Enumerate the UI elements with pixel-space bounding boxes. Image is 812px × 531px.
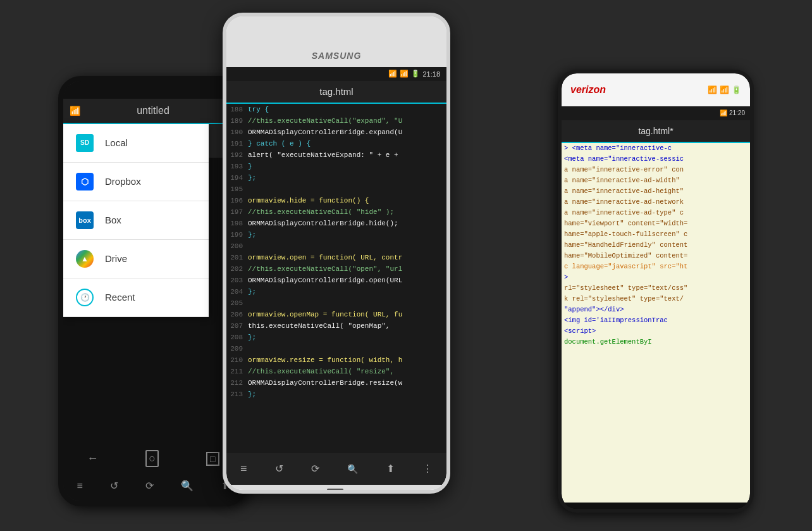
dropdown-local-label: Local	[105, 137, 128, 148]
code-line: 192alert( "executeNativeExpand: " + e +	[226, 149, 446, 161]
right-code-line: a name="inneractive-ad-width"	[562, 175, 750, 186]
code-line: 199};	[226, 229, 446, 241]
line-number: 189	[228, 115, 248, 127]
right-code-area[interactable]: > <meta name="inneractive-c <meta name="…	[562, 143, 750, 503]
samsung-brand: SAMSUNG	[312, 51, 362, 61]
dropdown-box[interactable]: box Box	[63, 201, 209, 240]
right-code-line: a name="inneractive-error" con	[562, 165, 750, 175]
samsung-nav-upload[interactable]: ⬆	[386, 463, 395, 475]
left-back-btn[interactable]: ←	[87, 452, 98, 465]
code-line: 197//this.executeNativeCall( "hide" );	[226, 206, 446, 218]
samsung-nav-more[interactable]: ⋮	[422, 463, 433, 475]
right-line-content: hame="viewport" content="width=	[564, 218, 687, 229]
line-content: ORMMADisplayControllerBridge.resize(w	[248, 377, 402, 389]
dropdown-box-label: Box	[105, 215, 121, 225]
center-code-area[interactable]: 188try {189//this.executeNativeCall("exp…	[226, 104, 446, 453]
line-number: 210	[228, 354, 248, 366]
samsung-bottom-bar: ← ○ □	[226, 485, 446, 490]
right-line-content: a name="inneractive-error" con	[564, 165, 684, 175]
line-content: this.executeNativeCall( "openMap",	[248, 320, 390, 332]
samsung-nav-reload[interactable]: ⟳	[311, 463, 319, 475]
center-screen: 188try {189//this.executeNativeCall("exp…	[226, 104, 446, 490]
right-line-content: hame="MobileOptimized" content=	[564, 251, 687, 261]
dropdown-box-icon: box	[73, 209, 96, 232]
line-number: 209	[228, 343, 248, 354]
right-title-bar: tag.html*	[562, 120, 750, 143]
code-line: 202//this.executeNativeCall("open", "url	[226, 263, 446, 275]
dropdown-drive[interactable]: ▲ Drive	[63, 240, 209, 278]
line-content: ormmaview.open = function( URL, contr	[248, 252, 402, 263]
line-content: //this.executeNativeCall("expand", "U	[248, 115, 402, 127]
samsung-time: 21:18	[422, 70, 440, 78]
right-code-line: <meta name="inneractive-sessic	[562, 154, 750, 165]
samsung-wifi-icon: 📶	[388, 70, 397, 78]
line-number: 191	[228, 138, 248, 149]
code-line: 203ORMMADisplayControllerBridge.open(URL	[226, 275, 446, 286]
line-number: 213	[228, 389, 248, 400]
dropdown-dropbox[interactable]: ⬡ Dropbox	[63, 163, 209, 201]
left-android-nav: ← ○ □	[63, 447, 243, 471]
samsung-nav-search[interactable]: 🔍	[347, 464, 358, 474]
samsung-nav-back[interactable]: ↺	[275, 463, 283, 475]
scene: 📶 📶 untitled ⌂ SD Local ▼ SD	[58, 13, 754, 519]
code-line: 193}	[226, 161, 446, 172]
samsung-nav-hamburger[interactable]: ≡	[240, 462, 247, 475]
line-number: 196	[228, 195, 248, 206]
samsung-top-bezel: SAMSUNG	[226, 16, 446, 67]
samsung-nav: ≡ ↺ ⟳ 🔍 ⬆ ⋮	[226, 453, 446, 485]
code-line: 195	[226, 184, 446, 195]
dropdown-recent[interactable]: 🕐 Recent	[63, 278, 209, 317]
right-screen: > <meta name="inneractive-c <meta name="…	[562, 143, 750, 509]
phone-center: SAMSUNG 📶 📶 🔋 21:18 tag.html 188try {189…	[223, 13, 450, 494]
left-nav-reload[interactable]: ⟳	[145, 480, 154, 492]
right-line-content: hame="apple-touch-fullscreen" c	[564, 229, 687, 240]
right-code-line: > <meta name="inneractive-c	[562, 143, 750, 154]
dropdown-drive-label: Drive	[105, 253, 127, 264]
right-code-line: <script>	[562, 326, 750, 337]
right-code-line: document.getElementByI	[562, 337, 750, 347]
code-line: 200	[226, 241, 446, 252]
line-number: 198	[228, 218, 248, 229]
samsung-home-btn[interactable]: ○	[327, 489, 343, 490]
dropdown-dropbox-label: Dropbox	[105, 176, 141, 187]
dropdown-local[interactable]: SD Local	[63, 124, 209, 163]
line-number: 203	[228, 275, 248, 286]
left-nav-back[interactable]: ↺	[110, 480, 118, 492]
code-line: 190ORMMADisplayControllerBridge.expand(U	[226, 127, 446, 138]
left-home-btn[interactable]: ○	[145, 450, 159, 467]
line-number: 212	[228, 377, 248, 389]
left-recents-btn[interactable]: □	[206, 452, 219, 466]
left-title: untitled	[137, 105, 169, 116]
line-content: //this.executeNativeCall( "hide" );	[248, 206, 394, 218]
left-status-bar: 📶	[63, 81, 243, 99]
right-line-content: a name="inneractive-ad-network	[564, 197, 684, 208]
right-line-content: <img id='iaIImpressionTrac	[564, 315, 668, 326]
code-line: 211//this.executeNativeCall( "resize",	[226, 366, 446, 377]
line-number: 200	[228, 241, 248, 252]
line-content: try {	[248, 104, 269, 115]
line-content: ORMMADisplayControllerBridge.hide();	[248, 218, 398, 229]
left-header-wifi: 📶	[70, 106, 80, 116]
line-number: 205	[228, 297, 248, 309]
code-line: 191} catch ( e ) {	[226, 138, 446, 149]
code-line: 207this.executeNativeCall( "openMap",	[226, 320, 446, 332]
right-line-content: >	[564, 272, 568, 283]
line-number: 208	[228, 332, 248, 343]
right-line-content: a name="inneractive-ad-height"	[564, 186, 684, 197]
left-nav-hamburger[interactable]: ≡	[77, 480, 83, 492]
right-line-content: rl="stylesheet" type="text/css"	[564, 283, 687, 294]
right-line-content: c language="javascript" src="ht	[564, 261, 687, 272]
right-code-line: k rel="stylesheet" type="text/	[562, 294, 750, 304]
dropdown-drive-icon: ▲	[73, 247, 96, 270]
right-nav: ⟳ 🔍 ⬆ ⋮	[562, 503, 750, 509]
left-nav-search[interactable]: 🔍	[181, 480, 194, 492]
line-number: 188	[228, 104, 248, 115]
center-title-bar: tag.html	[226, 81, 446, 104]
code-line: 212ORMMADisplayControllerBridge.resize(w	[226, 377, 446, 389]
right-filename: tag.html*	[638, 126, 673, 136]
right-line-content: <meta name="inneractive-sessic	[564, 154, 684, 165]
code-line: 213};	[226, 389, 446, 400]
right-line-content: "append"></div>	[564, 304, 624, 315]
line-number: 197	[228, 206, 248, 218]
verizon-top-bar: verizon 📶 📶 🔋	[562, 73, 750, 106]
